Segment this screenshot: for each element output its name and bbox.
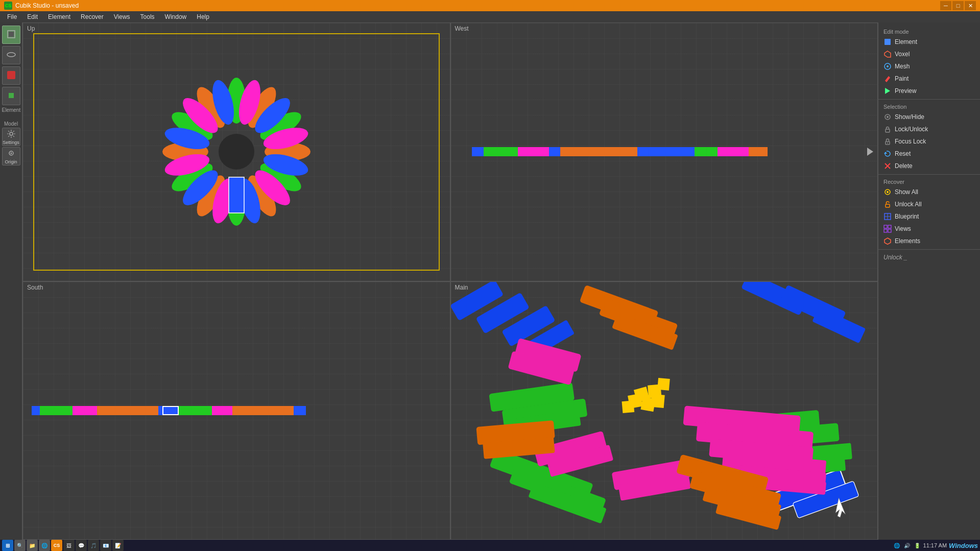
taskbar-icon-2[interactable]: 📁 [27,540,38,551]
taskbar-icon-7[interactable]: 🎵 [88,540,99,551]
minimize-button[interactable]: ─ [940,1,951,10]
app-icon: CS [4,2,12,10]
voxel-mode-icon [883,50,892,58]
plane-tool-button[interactable] [2,46,20,64]
show-all-button[interactable]: Show All [878,186,980,198]
svg-rect-40 [622,400,634,413]
delete-button[interactable]: Delete [878,160,980,172]
delete-icon [883,162,892,170]
small-cube-tool-button[interactable] [2,87,20,105]
taskbar-icon-3[interactable]: 🌐 [39,540,50,551]
elements-button[interactable]: Elements [878,235,980,247]
paint-mode-icon [883,75,892,83]
viewport-west[interactable]: West [450,22,878,281]
element-label: Element [2,107,20,113]
titlebar-left: CS Cubik Studio - unsaved [4,2,79,10]
blueprint-button[interactable]: Blueprint [878,210,980,223]
taskbar-items: ⊞ 🔍 📁 🌐 CS 🖼 💬 🎵 📧 📝 [2,540,124,551]
elements-icon [883,237,892,245]
start-button[interactable]: ⊞ [2,540,13,551]
titlebar-controls: ─ □ ✕ [940,1,976,10]
lock-unlock-icon [883,125,892,133]
element-mode-button[interactable]: Element [878,36,980,48]
menu-window[interactable]: Window [160,11,192,22]
lock-unlock-button[interactable]: Lock/Unlock [878,123,980,135]
menu-edit[interactable]: Edit [22,11,43,22]
elements-label: Elements [895,237,920,245]
taskbar-icon-5[interactable]: 🖼 [63,540,75,551]
element-tool-button[interactable] [2,26,20,44]
svg-rect-37 [651,394,664,408]
taskbar-icon-8[interactable]: 📧 [100,540,111,551]
taskbar-icon-app[interactable]: CS [51,540,62,551]
svg-rect-3 [7,71,15,79]
svg-point-85 [887,65,889,67]
unlock-all-label: Unlock All [895,201,922,208]
taskbar-icon-1[interactable]: 🔍 [14,540,26,551]
blueprint-label: Blueprint [895,213,919,220]
focus-lock-icon [883,137,892,146]
unlock-all-icon [883,200,892,208]
voxel-mode-button[interactable]: Voxel [878,48,980,60]
lock-unlock-label: Lock/Unlock [895,126,928,133]
viewport-main-label: Main [455,284,468,291]
voxel-mode-label: Voxel [895,51,910,58]
menu-help[interactable]: Help [192,11,214,22]
menu-element[interactable]: Element [43,11,76,22]
selection-title: Selection [878,102,980,111]
origin-button[interactable]: Origin [2,147,20,165]
focus-lock-label: Focus Lock [895,138,926,145]
viewport-area: Up [22,22,878,540]
viewport-main[interactable]: Main [450,281,878,540]
svg-point-2 [7,53,15,57]
west-arrow [867,148,873,156]
main-3d-scene [451,282,878,540]
south-color-bar [32,406,441,415]
menubar: File Edit Element Recover Views Tools Wi… [0,11,980,22]
unlock-underscore-label: Unlock _ [883,254,907,261]
blueprint-icon [883,212,892,221]
west-color-bar [472,147,856,156]
preview-mode-button[interactable]: Preview [878,85,980,97]
settings-button[interactable]: Settings [2,128,20,146]
maximize-button[interactable]: □ [952,1,964,10]
svg-rect-97 [886,204,890,207]
close-button[interactable]: ✕ [965,1,976,10]
viewport-south[interactable]: South [22,281,450,540]
svg-rect-101 [884,225,887,228]
show-hide-button[interactable]: Show/Hide [878,111,980,123]
unlock-underscore-button[interactable]: Unlock _ [878,252,980,263]
edit-mode-title: Edit mode [878,27,980,36]
svg-rect-103 [884,229,887,232]
views-button[interactable]: Views [878,223,980,235]
show-all-label: Show All [895,188,918,196]
delete-label: Delete [895,162,913,170]
svg-rect-102 [888,225,891,228]
unlock-all-button[interactable]: Unlock All [878,198,980,210]
svg-rect-4 [9,93,14,98]
element-mode-label: Element [895,38,917,45]
svg-rect-1 [9,32,14,37]
small-cube-icon [6,90,16,102]
viewport-up[interactable]: Up [22,22,450,281]
svg-rect-83 [885,39,891,45]
menu-file[interactable]: File [2,11,22,22]
mesh-mode-button[interactable]: Mesh [878,60,980,73]
titlebar: CS Cubik Studio - unsaved ─ □ ✕ [0,0,980,11]
focus-lock-button[interactable]: Focus Lock [878,135,980,148]
divider-3 [878,249,980,250]
menu-tools[interactable]: Tools [135,11,160,22]
mesh-mode-label: Mesh [895,63,910,70]
taskbar-icon-9[interactable]: 📝 [112,540,124,551]
viewport-west-label: West [455,25,469,32]
paint-mode-button[interactable]: Paint [878,73,980,85]
taskbar-icon-6[interactable]: 💬 [76,540,87,551]
show-hide-icon [883,113,892,121]
show-hide-label: Show/Hide [895,113,924,121]
menu-recover[interactable]: Recover [76,11,109,22]
menu-views[interactable]: Views [109,11,135,22]
model-label: Model [2,121,20,127]
color-tool-button[interactable] [2,66,20,85]
settings-label: Settings [3,140,19,145]
reset-button[interactable]: Reset [878,148,980,160]
